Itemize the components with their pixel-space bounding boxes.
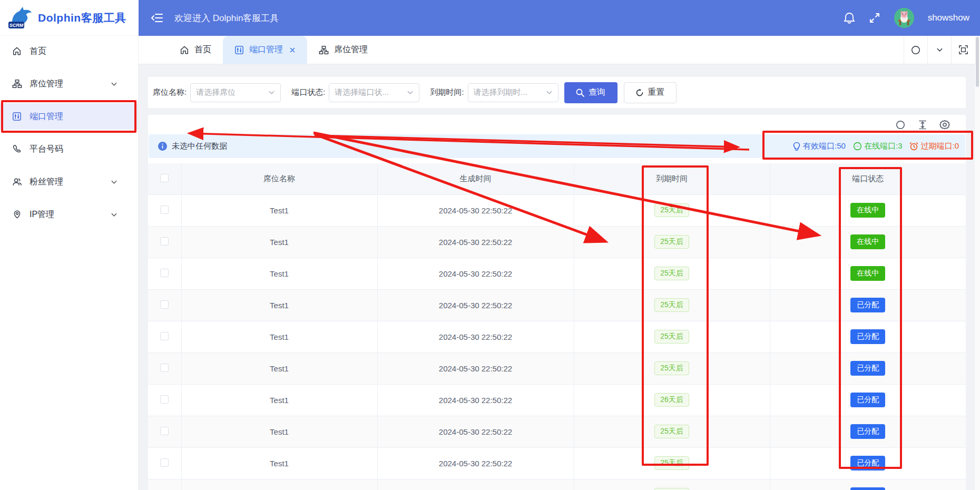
logo-panel: SCRM Dolphin客服工具 — [0, 0, 139, 36]
tab-3[interactable]: 席位管理 — [307, 36, 379, 64]
chevron-down-icon — [268, 89, 275, 96]
status-badge: 已分配 — [850, 298, 885, 312]
select-all-checkbox[interactable] — [160, 174, 169, 182]
expire-time-cell: 25天后 — [574, 479, 770, 490]
status-badge: 在线中 — [850, 203, 885, 218]
table-row-2: Test12024-05-30 22:50:2225天后在线中 — [148, 226, 966, 258]
expire-badge: 25天后 — [654, 425, 689, 438]
fullscreen-expand-icon[interactable] — [869, 12, 880, 24]
port-status-cell: 已分配 — [770, 384, 966, 416]
chevron-down-icon — [546, 89, 553, 96]
sidebar-menu: 首页席位管理端口管理平台号码粉丝管理IP管理 — [0, 36, 139, 490]
sidebar-item-4[interactable]: 平台号码 — [0, 136, 138, 162]
stat-text: 有效端口:50 — [803, 141, 846, 151]
row-checkbox[interactable] — [160, 458, 169, 467]
expire-badge: 25天后 — [654, 456, 689, 470]
seat-name-cell: Test1 — [181, 352, 377, 384]
tab-label: 首页 — [194, 44, 211, 55]
table-row-10: Test12024-05-30 22:50:2225天后已分配 — [148, 479, 966, 490]
expire-badge: 25天后 — [654, 267, 689, 280]
tabs: 首页端口管理席位管理 — [168, 36, 379, 64]
select-placeholder: 请选择到期时... — [474, 87, 546, 97]
table-row-1: Test12024-05-30 22:50:2225天后在线中 — [148, 194, 966, 226]
sidebar-item-label: IP管理 — [30, 209, 54, 220]
tab-1[interactable]: 首页 — [168, 36, 223, 64]
status-badge: 已分配 — [850, 361, 885, 376]
tab-2[interactable]: 端口管理 — [223, 36, 307, 64]
info-message: 未选中任何数据 — [172, 141, 227, 151]
expire-badge: 25天后 — [654, 488, 689, 490]
table-row-8: Test12024-05-30 22:50:2225天后已分配 — [148, 416, 966, 447]
sidebar-item-5[interactable]: 粉丝管理 — [0, 169, 138, 195]
row-checkbox[interactable] — [160, 364, 169, 372]
sidebar-item-2[interactable]: 席位管理 — [0, 71, 138, 97]
expire-time-cell: 25天后 — [574, 226, 770, 258]
bell-icon[interactable] — [844, 12, 855, 24]
sidebar-item-1[interactable]: 首页 — [0, 38, 138, 64]
seat-name-cell: Test1 — [181, 226, 377, 258]
seat-name-cell: Test1 — [181, 384, 377, 416]
dolphin-logo-icon: SCRM — [8, 6, 33, 30]
scrollbar[interactable] — [975, 36, 980, 490]
stat-text: 过期端口:0 — [920, 141, 959, 151]
bulb-icon — [792, 142, 801, 151]
port-status-cell: 已分配 — [770, 321, 966, 352]
filter-item-3: 到期时间:请选择到期时... — [430, 83, 558, 102]
row-height-icon[interactable] — [918, 120, 927, 130]
expire-time-cell: 25天后 — [574, 321, 770, 352]
filter-select-1[interactable]: 请选择席位 — [190, 83, 281, 102]
reset-button[interactable]: 重置 — [624, 82, 677, 103]
row-checkbox[interactable] — [160, 332, 169, 340]
settings-gear-icon[interactable] — [939, 120, 950, 130]
tabbar-tool-chevron-down-icon[interactable] — [927, 36, 951, 64]
row-checkbox[interactable] — [160, 300, 169, 309]
status-badge: 在线中 — [850, 266, 885, 281]
expire-time-cell: 25天后 — [574, 447, 770, 479]
row-checkbox[interactable] — [160, 269, 169, 277]
port-status-cell: 已分配 — [770, 416, 966, 447]
scrollbar-thumb[interactable] — [976, 37, 979, 87]
filter-label: 到期时间: — [430, 87, 464, 97]
expire-time-cell: 26天后 — [574, 384, 770, 416]
row-checkbox[interactable] — [160, 205, 169, 214]
sidebar-item-label: 首页 — [30, 46, 46, 57]
seat-name-cell: Test1 — [181, 447, 377, 479]
refresh-icon[interactable] — [895, 120, 906, 130]
search-button[interactable]: 查询 — [564, 82, 618, 103]
tabbar-tools — [904, 36, 975, 64]
row-checkbox[interactable] — [160, 427, 169, 435]
table-row-9: Test12024-05-30 22:50:2225天后已分配 — [148, 447, 966, 479]
sidebar-item-label: 粉丝管理 — [30, 177, 63, 188]
chevron-down-icon — [109, 81, 119, 87]
sidebar-item-3[interactable]: 端口管理 — [0, 103, 138, 130]
info-bar: 未选中任何数据 有效端口:50在线端口:3过期端口:0 — [149, 134, 965, 158]
created-time-cell: 2024-05-30 22:50:22 — [377, 321, 574, 352]
table-row-6: Test12024-05-30 22:50:2225天后已分配 — [148, 352, 966, 384]
filter-select-3[interactable]: 请选择到期时... — [468, 83, 558, 102]
tabbar-tool-maximize-icon[interactable] — [951, 36, 975, 64]
phone-icon — [12, 144, 22, 154]
select-placeholder: 请选择端口状... — [335, 87, 407, 97]
collapse-menu-icon[interactable] — [151, 13, 163, 23]
close-icon[interactable] — [289, 47, 296, 53]
expire-badge: 25天后 — [654, 330, 689, 344]
home-icon — [12, 46, 22, 56]
row-checkbox[interactable] — [160, 237, 169, 246]
tabbar-tool-refresh-icon[interactable] — [904, 36, 927, 64]
port-status-cell: 已分配 — [770, 352, 966, 384]
port-stats: 有效端口:50在线端口:3过期端口:0 — [792, 141, 961, 151]
filter-select-2[interactable]: 请选择端口状... — [329, 83, 419, 102]
pin-icon — [12, 210, 22, 219]
port-status-cell: 已分配 — [770, 447, 966, 479]
expire-time-cell: 25天后 — [574, 194, 770, 226]
table-header-row: 席位名称生成时间到期时间端口状态 — [148, 163, 966, 194]
row-checkbox[interactable] — [160, 395, 169, 404]
expire-time-cell: 25天后 — [574, 258, 770, 289]
expire-badge: 25天后 — [654, 298, 689, 312]
header-checkbox-cell — [148, 163, 181, 194]
port-status-cell: 已分配 — [770, 479, 966, 490]
expire-badge: 25天后 — [654, 203, 689, 217]
avatar[interactable] — [894, 8, 914, 28]
username[interactable]: showshow — [928, 13, 969, 23]
sidebar-item-6[interactable]: IP管理 — [0, 201, 138, 228]
